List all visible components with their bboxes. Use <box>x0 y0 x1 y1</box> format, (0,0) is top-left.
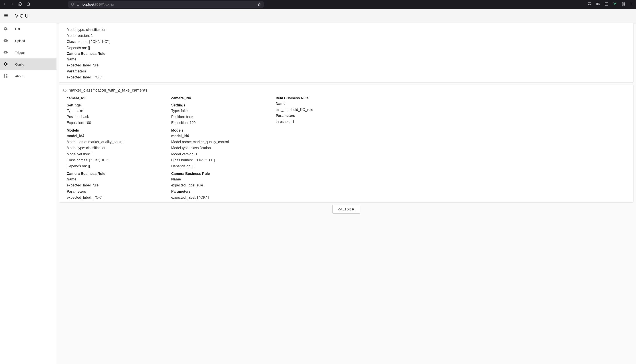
setting-exposition: Exposition: 100 <box>67 120 162 125</box>
library-icon[interactable] <box>596 2 600 7</box>
model-version: Model version: 1 <box>67 152 162 157</box>
camera-rule-head: Camera Business Rule <box>67 172 162 176</box>
settings-head: Settings <box>171 103 267 107</box>
main-content: Model type: classification Model version… <box>57 23 636 364</box>
nav-forward-icon[interactable] <box>10 2 14 7</box>
name-head: Name <box>67 177 162 182</box>
svg-rect-2 <box>605 3 608 5</box>
pocket-icon[interactable] <box>587 2 591 7</box>
rule-name: min_threshold_KO_rule <box>276 107 338 112</box>
app-bar: VIO UI <box>0 9 636 23</box>
params-head: Parameters <box>171 189 267 194</box>
model-version: Model version: 1 <box>67 33 629 38</box>
camera-id: camera_id3 <box>67 96 162 100</box>
models-head: Models <box>67 128 162 132</box>
vue-devtools-icon[interactable] <box>613 2 617 7</box>
rule-params: expected_label: [ "OK" ] <box>67 195 162 200</box>
model-name: Model name: marker_quality_control <box>171 139 267 144</box>
name-head: Name <box>171 177 267 182</box>
rule-name: expected_label_rule <box>67 183 162 188</box>
app-menu-icon[interactable] <box>630 2 634 7</box>
rule-params: threshold: 1 <box>276 119 338 124</box>
model-type: Model type: classification <box>67 145 162 150</box>
camera-col-a: camera_id3 Settings Type: fake Position:… <box>67 95 162 200</box>
item-rule-head: Item Business Rule <box>276 96 338 100</box>
model-id: model_id4 <box>171 133 267 138</box>
rule-name: expected_label_rule <box>171 183 267 188</box>
camera-rule-head: Camera Business Rule <box>171 172 267 176</box>
menu-toggle-icon[interactable] <box>4 13 9 19</box>
class-names: Class names: [ "OK", "KO" ] <box>67 158 162 163</box>
sidebar-item-label: Trigger <box>15 51 25 54</box>
depends-on: Depends on: [] <box>67 45 629 50</box>
item-rule-col: Item Business Rule Name min_threshold_KO… <box>276 95 338 200</box>
shield-icon <box>71 2 74 7</box>
depends-on: Depends on: [] <box>67 164 162 169</box>
class-names: Class names: [ "OK", "KO" ] <box>171 158 267 163</box>
svg-rect-7 <box>4 74 5 76</box>
model-type: Model type: classification <box>171 145 267 150</box>
sidebar-panel-icon[interactable] <box>604 2 608 7</box>
browser-toolbar: localhost:8080/#/config <box>0 0 636 9</box>
svg-rect-3 <box>622 3 623 4</box>
params-head: Parameters <box>276 113 338 118</box>
url-text: localhost:8080/#/config <box>82 3 114 6</box>
svg-rect-6 <box>624 4 625 6</box>
svg-rect-9 <box>6 76 7 78</box>
camera-id: camera_id4 <box>171 96 267 100</box>
sidebar-item-trigger[interactable]: Trigger <box>0 47 57 58</box>
model-name: Model name: marker_quality_control <box>67 139 162 144</box>
camera-rule-head: Camera Business Rule <box>67 52 629 56</box>
bookmark-star-icon[interactable] <box>258 2 261 7</box>
config-card-partial: Model type: classification Model version… <box>59 23 633 82</box>
setting-position: Position: back <box>171 114 267 119</box>
address-bar[interactable]: localhost:8080/#/config <box>68 1 264 8</box>
camera-col-b: camera_id4 Settings Type: fake Position:… <box>171 95 267 200</box>
models-head: Models <box>171 128 267 132</box>
sidebar-item-config[interactable]: Config <box>0 58 57 70</box>
sidebar-item-label: List <box>15 27 20 31</box>
params-head: Parameters <box>67 189 162 194</box>
params-head: Parameters <box>67 69 629 74</box>
page-icon <box>77 3 80 6</box>
sidebar: List Upload Trigger Config About <box>0 23 57 364</box>
sidebar-item-about[interactable]: About <box>0 70 57 82</box>
radio-unselected[interactable] <box>63 89 67 92</box>
sidebar-item-list[interactable]: List <box>0 23 57 35</box>
setting-position: Position: back <box>67 114 162 119</box>
name-head: Name <box>276 101 338 106</box>
setting-exposition: Exposition: 100 <box>171 120 267 125</box>
setting-type: Type: fake <box>171 108 267 113</box>
depends-on: Depends on: [] <box>171 164 267 169</box>
validate-button[interactable]: VALIDER <box>332 205 360 214</box>
nav-reload-icon[interactable] <box>18 2 22 7</box>
cloud-upload-icon <box>3 38 8 44</box>
cloud-upload-icon <box>3 50 8 55</box>
sidebar-item-upload[interactable]: Upload <box>0 35 57 47</box>
name-head: Name <box>67 57 629 62</box>
nav-home-icon[interactable] <box>26 2 30 7</box>
rule-params: expected_label: [ "OK" ] <box>67 75 629 80</box>
nav-back-icon[interactable] <box>2 2 6 7</box>
class-names: Class names: [ "OK", "KO" ] <box>67 39 629 44</box>
rule-name: expected_label_rule <box>67 63 629 68</box>
model-id: model_id4 <box>67 133 162 138</box>
extensions-icon[interactable] <box>621 2 625 7</box>
gear-icon <box>3 26 8 32</box>
config-card-2: marker_classification_with_2_fake_camera… <box>59 85 633 202</box>
svg-marker-1 <box>258 3 261 6</box>
config-title: marker_classification_with_2_fake_camera… <box>69 88 147 93</box>
model-type: Model type: classification <box>67 27 629 32</box>
sidebar-item-label: Config <box>15 63 24 66</box>
svg-rect-5 <box>622 4 623 6</box>
svg-rect-4 <box>624 3 625 4</box>
gear-icon <box>3 62 8 67</box>
setting-type: Type: fake <box>67 108 162 113</box>
svg-rect-10 <box>4 76 5 78</box>
settings-head: Settings <box>67 103 162 107</box>
model-version: Model version: 1 <box>171 152 267 157</box>
svg-rect-8 <box>6 74 7 75</box>
svg-rect-0 <box>77 3 79 5</box>
app-title: VIO UI <box>15 13 30 19</box>
dashboard-icon <box>3 73 8 79</box>
